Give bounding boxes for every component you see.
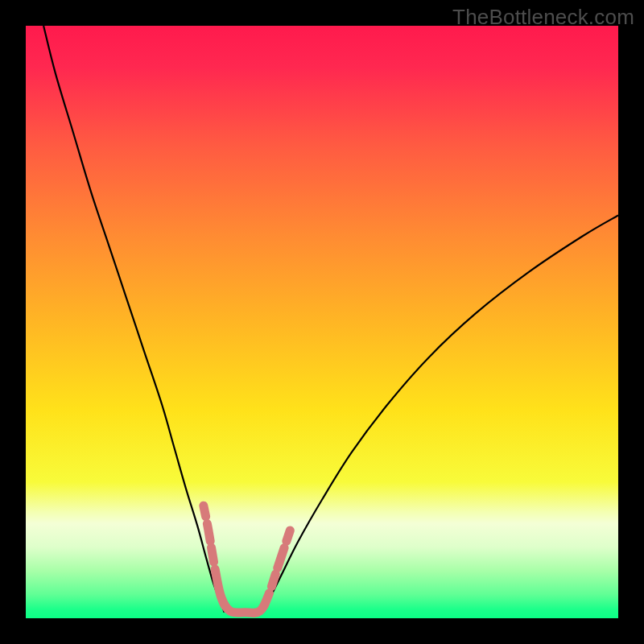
watermark-text: TheBottleneck.com — [452, 5, 634, 30]
chart-frame: TheBottleneck.com — [0, 0, 644, 644]
chart-svg — [26, 26, 618, 618]
plot-area — [26, 26, 618, 618]
gradient-background — [26, 26, 618, 618]
